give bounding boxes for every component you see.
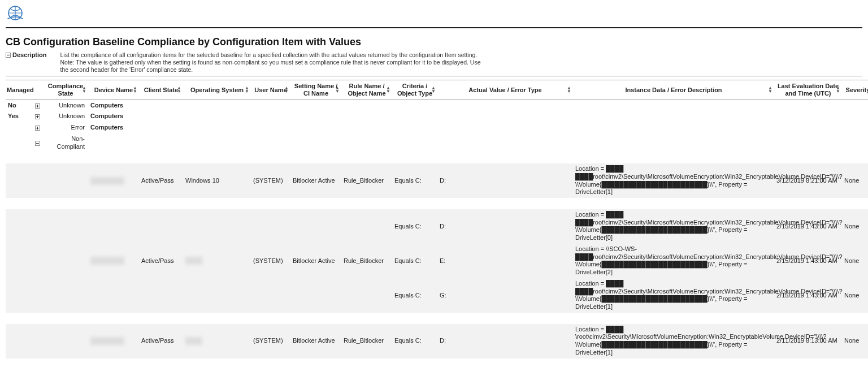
col-actual[interactable]: Actual Value / Error Type▲▼: [437, 80, 573, 100]
expand-icon[interactable]: +: [35, 126, 40, 131]
description-label: Description: [12, 51, 47, 58]
col-managed[interactable]: Managed: [6, 80, 33, 100]
expand-icon[interactable]: +: [35, 114, 40, 119]
compliance-table: Managed Compliance State▲▼ Device Name▲▼…: [6, 80, 868, 367]
expand-icon[interactable]: +: [35, 103, 40, 109]
table-row: Equals C:D:Location = ████ ████root\cimv…: [6, 209, 868, 244]
col-severity[interactable]: Severity▲▼: [842, 80, 868, 100]
description-text: List the compliance of all configuration…: [60, 51, 490, 74]
table-header-row: Managed Compliance State▲▼ Device Name▲▼…: [6, 80, 868, 100]
collapse-icon[interactable]: −: [35, 141, 40, 146]
col-client-state[interactable]: Client State▲▼: [139, 80, 183, 100]
table-row: XXXXXXXXActive/PassXXXX(SYSTEM)Bitlocker…: [6, 324, 868, 359]
table-row: Equals C:G:Location = ████ ████root\cimv…: [6, 278, 868, 313]
group-row[interactable]: −Non-Compliant: [6, 133, 868, 153]
description-toggle[interactable]: − Description: [6, 51, 47, 58]
col-user[interactable]: User Name▲▼: [251, 80, 290, 100]
col-compliance-state[interactable]: Compliance State▲▼: [43, 80, 88, 100]
col-os[interactable]: Operating System▲▼: [183, 80, 251, 100]
table-row: XXXXXXXXActive/PassXXXX(SYSTEM)Bitlocker…: [6, 244, 868, 278]
col-rule[interactable]: Rule Name / Object Name▲▼: [341, 80, 392, 100]
col-instance[interactable]: Instance Data / Error Description▲▼: [573, 80, 774, 100]
col-eval[interactable]: Last Evaluation Date and Time (UTC)▲▼: [774, 80, 842, 100]
col-device-name[interactable]: Device Name▲▼: [88, 80, 139, 100]
table-row: XXXXXXXXActive/PassWindows 10(SYSTEM)Bit…: [6, 163, 868, 198]
un-logo-icon: [6, 3, 862, 24]
group-row[interactable]: No+UnknownComputers16: [6, 100, 868, 111]
col-criteria[interactable]: Criteria / Object Type▲▼: [392, 80, 437, 100]
collapse-icon: −: [6, 53, 11, 58]
group-row[interactable]: +ErrorComputers42: [6, 122, 868, 133]
col-setting[interactable]: Setting Name / CI Name▲▼: [290, 80, 341, 100]
page-title: CB Configuration Baseline Compliance by …: [6, 36, 862, 48]
group-row[interactable]: Yes+UnknownComputers4: [6, 111, 868, 122]
